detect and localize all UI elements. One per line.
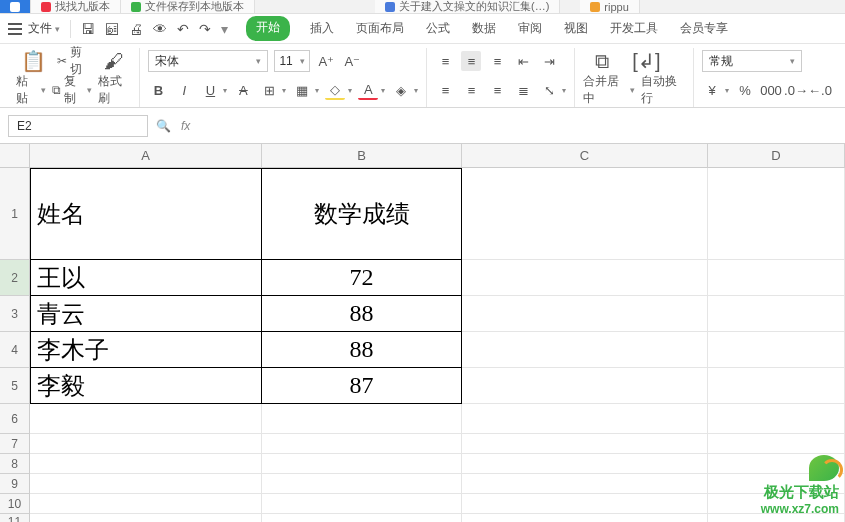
- format-painter-button[interactable]: 🖌: [97, 50, 132, 73]
- underline-button[interactable]: U: [200, 80, 220, 100]
- cell-D3[interactable]: [708, 296, 845, 332]
- pattern-button[interactable]: ▦: [292, 80, 312, 100]
- tab-view[interactable]: 视图: [562, 16, 590, 41]
- tab-dev[interactable]: 开发工具: [608, 16, 660, 41]
- inc-decimal-icon[interactable]: .0→: [787, 80, 805, 100]
- app-menu-icon[interactable]: [8, 23, 22, 35]
- strike-button[interactable]: A: [233, 80, 253, 100]
- row-header-7[interactable]: 7: [0, 434, 30, 454]
- cell[interactable]: [262, 434, 462, 454]
- copy-button[interactable]: ⧉复制▾: [52, 73, 93, 107]
- cell[interactable]: [30, 474, 262, 494]
- tab-data[interactable]: 数据: [470, 16, 498, 41]
- cell-B5[interactable]: 87: [262, 368, 462, 404]
- cell-C2[interactable]: [462, 260, 708, 296]
- decrease-font-icon[interactable]: A⁻: [342, 51, 362, 71]
- cell-C4[interactable]: [462, 332, 708, 368]
- doc-tab-3[interactable]: 文件保存到本地版本: [121, 0, 255, 14]
- qa-more-icon[interactable]: ▾: [221, 21, 228, 37]
- save-as-icon[interactable]: 🗟: [105, 21, 119, 37]
- row-header-6[interactable]: 6: [0, 404, 30, 434]
- align-right-icon[interactable]: ≡: [487, 80, 507, 100]
- font-color-button[interactable]: A: [358, 80, 378, 100]
- cell-D2[interactable]: [708, 260, 845, 296]
- file-menu[interactable]: 文件▾: [28, 20, 60, 37]
- print-preview-icon[interactable]: 👁: [153, 21, 167, 37]
- cell-C5[interactable]: [462, 368, 708, 404]
- align-left-icon[interactable]: ≡: [435, 80, 455, 100]
- cell[interactable]: [708, 434, 845, 454]
- fill-color-button[interactable]: ◇: [325, 80, 345, 100]
- percent-icon[interactable]: %: [735, 80, 755, 100]
- indent-left-icon[interactable]: ⇤: [513, 51, 533, 71]
- font-size-select[interactable]: 11▾: [274, 50, 310, 72]
- align-top-icon[interactable]: ≡: [435, 51, 455, 71]
- cell[interactable]: [462, 454, 708, 474]
- indent-right-icon[interactable]: ⇥: [539, 51, 559, 71]
- cell[interactable]: [30, 514, 262, 522]
- doc-tab-2[interactable]: 找找九版本: [31, 0, 121, 14]
- currency-icon[interactable]: ¥: [702, 80, 722, 100]
- cell-D4[interactable]: [708, 332, 845, 368]
- font-name-select[interactable]: 宋体▾: [148, 50, 268, 72]
- cell-A6[interactable]: [30, 404, 262, 434]
- select-all-corner[interactable]: [0, 144, 30, 168]
- name-box[interactable]: E2: [8, 115, 148, 137]
- doc-tab-1[interactable]: [0, 0, 31, 14]
- tab-review[interactable]: 审阅: [516, 16, 544, 41]
- row-header-1[interactable]: 1: [0, 168, 30, 260]
- orientation-icon[interactable]: ⤡: [539, 80, 559, 100]
- tab-start[interactable]: 开始: [246, 16, 290, 41]
- comma-icon[interactable]: 000: [761, 80, 781, 100]
- merge-label[interactable]: 合并居中▾: [583, 73, 634, 107]
- row-header-8[interactable]: 8: [0, 454, 30, 474]
- wrap-label[interactable]: 自动换行: [641, 73, 685, 107]
- row-header-9[interactable]: 9: [0, 474, 30, 494]
- cell-B3[interactable]: 88: [262, 296, 462, 332]
- col-header-D[interactable]: D: [708, 144, 845, 168]
- cell-D5[interactable]: [708, 368, 845, 404]
- row-header-4[interactable]: 4: [0, 332, 30, 368]
- cell-C3[interactable]: [462, 296, 708, 332]
- cell-D6[interactable]: [708, 404, 845, 434]
- formula-input[interactable]: [198, 115, 837, 137]
- clear-format-button[interactable]: ◈: [391, 80, 411, 100]
- cell-A5[interactable]: 李毅: [30, 368, 262, 404]
- align-bottom-icon[interactable]: ≡: [487, 51, 507, 71]
- cell-A1[interactable]: 姓名: [30, 168, 262, 260]
- row-header-11[interactable]: 11: [0, 514, 30, 522]
- row-header-3[interactable]: 3: [0, 296, 30, 332]
- fx-icon[interactable]: fx: [181, 119, 190, 133]
- paste-button[interactable]: 📋: [16, 49, 51, 73]
- doc-tab-5[interactable]: rippu: [580, 0, 639, 14]
- cell-D1[interactable]: [708, 168, 845, 260]
- cell[interactable]: [262, 514, 462, 522]
- cell[interactable]: [30, 494, 262, 514]
- cell[interactable]: [30, 434, 262, 454]
- tab-member[interactable]: 会员专享: [678, 16, 730, 41]
- cell[interactable]: [462, 494, 708, 514]
- cell[interactable]: [462, 474, 708, 494]
- tab-insert[interactable]: 插入: [308, 16, 336, 41]
- cell-C6[interactable]: [462, 404, 708, 434]
- cell-B4[interactable]: 88: [262, 332, 462, 368]
- doc-tab-4[interactable]: 关于建入文操文的知识汇集(…): [375, 0, 560, 14]
- cell[interactable]: [262, 454, 462, 474]
- row-header-5[interactable]: 5: [0, 368, 30, 404]
- paste-label[interactable]: 粘贴▾: [16, 73, 46, 107]
- cell-A3[interactable]: 青云: [30, 296, 262, 332]
- cell-A4[interactable]: 李木子: [30, 332, 262, 368]
- col-header-B[interactable]: B: [262, 144, 462, 168]
- cell-B1[interactable]: 数学成绩: [262, 168, 462, 260]
- cell-A2[interactable]: 王以: [30, 260, 262, 296]
- cell[interactable]: [462, 514, 708, 522]
- row-header-2[interactable]: 2: [0, 260, 30, 296]
- cell[interactable]: [462, 434, 708, 454]
- cell[interactable]: [262, 494, 462, 514]
- cell[interactable]: [262, 474, 462, 494]
- tab-layout[interactable]: 页面布局: [354, 16, 406, 41]
- cell-C1[interactable]: [462, 168, 708, 260]
- align-center-icon[interactable]: ≡: [461, 80, 481, 100]
- print-icon[interactable]: 🖨: [129, 21, 143, 37]
- save-icon[interactable]: 🖫: [81, 21, 95, 37]
